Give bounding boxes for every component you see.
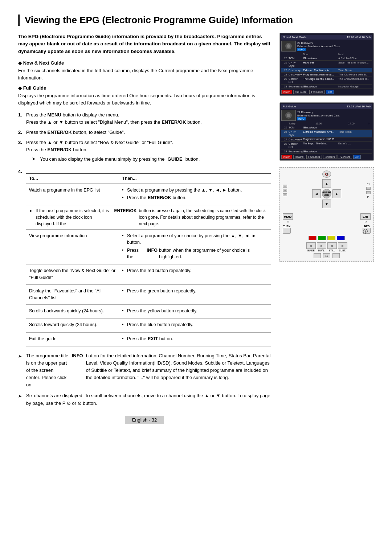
step-2-content: Press the ENTER/OK button, to select "Gu…: [26, 129, 271, 136]
epg-full-fav-btn: Favourites: [306, 155, 322, 159]
epg-favourites-btn: Favourites: [309, 90, 325, 94]
left-column: The EPG (Electronic Programme Guide) inf…: [18, 33, 271, 424]
epg-row: 26 UKTV Style Hard Sell Save This and Th…: [281, 61, 372, 68]
section-now-next-body: For the six channels indicated in the le…: [18, 67, 271, 82]
remote-small-btn-1[interactable]: [314, 253, 321, 258]
table-row: Scrolls backwards quickly (24 hours). Pr…: [26, 305, 271, 319]
table-cell-action: Display the "Favourites" and the "All Ch…: [26, 284, 119, 305]
remote-info-button[interactable]: ⓘ: [363, 228, 371, 234]
table-note-row: If the next programme is selected, it is…: [26, 205, 271, 230]
svg-point-5: [287, 114, 290, 117]
right-column: Now & Next Guide 13:28 Wed 16 Feb 27 Dis…: [279, 33, 374, 424]
steps-list: 1. Press the MENU button to display the …: [18, 111, 271, 165]
epg-now-next-controls: Watch Full Guide Favourites Exit: [281, 90, 372, 94]
table-cell-action: Exit the guide: [26, 332, 119, 346]
remote-ch-btn[interactable]: [366, 191, 371, 194]
remote-subt-button[interactable]: ⊟: [338, 242, 347, 249]
table-row: View programme information Select a prog…: [26, 230, 271, 264]
epg-row: 33 Boomerang Glassdown: [281, 149, 372, 154]
remote-color-buttons: [309, 236, 345, 240]
section-full-guide-header: Full Guide: [18, 85, 271, 91]
table-cell-action: Toggle between the "Now & Next Guide" or…: [26, 264, 119, 284]
remote-still-label: STILL: [329, 249, 335, 252]
section-now-next: Now & Next Guide For the six channels in…: [18, 60, 271, 82]
remote-yellow-button[interactable]: [327, 236, 335, 240]
bottom-note-2: Six channels are displayed. To scroll be…: [18, 392, 271, 407]
table-note-cell: If the next programme is selected, it is…: [26, 205, 271, 230]
epg-row: 29 Cartoon Net. The Bugs, Bunny & Boo...…: [281, 77, 372, 85]
epg-row: 28 Cartoon Net. The Bugs... The Grim... …: [281, 142, 372, 149]
step-1-content: Press the MENU button to display the men…: [26, 111, 271, 126]
step-3-num: 3.: [18, 139, 23, 165]
remote-small-btn-2[interactable]: 10: [323, 253, 330, 258]
epg-full-rewind-btn: Rewind: [293, 155, 305, 159]
table-row: Exit the guide Press the EXIT button.: [26, 332, 271, 346]
remote-vol-btn[interactable]: [366, 187, 371, 190]
remote-down-button[interactable]: ▼: [322, 200, 331, 208]
step-1: 1. Press the MENU button to display the …: [18, 111, 271, 126]
epg-full-date: 13:28 Wed 16 Feb: [347, 105, 371, 108]
epg-full-channel: 27 Discovery: [297, 111, 372, 114]
epg-thumbnail: [281, 41, 296, 52]
epg-full-guide-btn: Full Guide: [293, 90, 309, 94]
remote-turn-label: TURN: [283, 225, 290, 227]
table-row: Watch a programme in the EPG list Select…: [26, 184, 271, 205]
step-3: 3. Press the ▲ or ▼ button to select "No…: [18, 139, 271, 165]
epg-full-exit-btn: Exit: [353, 155, 361, 159]
remote-dual-button[interactable]: ⊟: [317, 242, 326, 249]
guide-table: To... Then... Watch a programme in the E…: [26, 173, 271, 346]
remote-diagram: ○ ○ ○ 🔇 ▲ ▼ ◄ ► ENTER/OK: [279, 167, 374, 262]
remote-right-button[interactable]: ►: [332, 189, 341, 198]
remote-guide-button[interactable]: ⊟: [306, 242, 316, 249]
remote-exit-button[interactable]: EXIT: [360, 213, 371, 220]
epg-full-controls: Watch Rewind Favourites -24hours +24hour…: [281, 155, 372, 159]
remote-enter-button[interactable]: ENTER/OK: [322, 189, 331, 198]
epg-now-next-info: 27 Discovery Extreme Machines: Armoured …: [297, 41, 372, 51]
remote-subt-label: SUBT.: [339, 249, 346, 252]
epg-column-headers: Now Next: [281, 53, 372, 56]
remote-up-button[interactable]: ▲: [322, 179, 331, 188]
footer-badge: English - 32: [18, 416, 271, 424]
epg-now-next-header: 27 Discovery Extreme Machines: Armoured …: [281, 41, 372, 52]
epg-full-info-badge: INFO: [297, 117, 306, 120]
remote-green-button[interactable]: [318, 236, 326, 240]
table-cell-instructions: Press the yellow button repeatedly.: [119, 305, 271, 319]
epg-now-next-titlebar: Now & Next Guide 13:28 Wed 16 Feb: [281, 35, 372, 40]
remote-p-minus: P-: [367, 196, 370, 198]
table-cell-instructions: Press the EXIT button.: [119, 332, 271, 346]
table-row: Scrolls forward quickly (24 hours). Pres…: [26, 319, 271, 332]
remote-still-button[interactable]: ⊟: [327, 242, 337, 249]
remote-menu-button[interactable]: MENU: [283, 213, 293, 220]
remote-blue-button[interactable]: [337, 236, 345, 240]
epg-full-rows: 25 TCM Glassdown 26 UKTV Style Extreme M…: [281, 126, 372, 154]
table-cell-instructions: Select a programme by pressing the ▲, ▼,…: [119, 184, 271, 205]
section-full-guide: Full Guide Displays the programme inform…: [18, 85, 271, 107]
epg-full-titlebar: Full Guide 13:28 Wed 16 Feb: [281, 104, 372, 109]
epg-row: 27 Discovery+ Programmes resume at 06:00: [281, 137, 372, 142]
remote-dpad: ▲ ▼ ◄ ► ENTER/OK: [312, 179, 341, 208]
remote-mute-icon[interactable]: 🔇: [322, 171, 331, 178]
epg-now-next-title: Now & Next Guide: [283, 36, 307, 39]
remote-bottom-buttons: ⊟ GUIDE ⊟ DUAL ⊟ STILL ⊟ SUBT.: [306, 242, 347, 252]
remote-guide-label: GUIDE: [307, 249, 315, 252]
step-4: 4. To... Then... Watch a programme in th…: [18, 168, 271, 346]
epg-row-selected: 27 Discovery Extreme Machines: Ar... Tim…: [281, 68, 372, 73]
epg-now-next-rows: 25 TCM Glassdown A Patch of Blue 26 UKTV…: [281, 56, 372, 89]
remote-red-button[interactable]: [309, 236, 317, 240]
remote-small-btn-3[interactable]: [332, 253, 340, 258]
epg-full-info: 27 Discovery Extreme Machines: Armoured …: [297, 111, 372, 120]
remote-turn-button[interactable]: [283, 228, 291, 234]
remote-left-button[interactable]: ◄: [312, 189, 321, 198]
epg-full-time-headers: Today 13:00 14:00 ›: [281, 122, 372, 126]
remote-indicator-3: ○: [283, 193, 287, 196]
step-3-content: Press the ▲ or ▼ button to select "Now &…: [26, 139, 271, 165]
table-cell-action: Scrolls forward quickly (24 hours).: [26, 319, 119, 332]
svg-point-2: [287, 44, 290, 48]
section-now-next-header: Now & Next Guide: [18, 60, 271, 66]
remote-menu-icon: ⊞: [287, 220, 289, 223]
epg-exit-btn: Exit: [326, 90, 334, 94]
epg-full-header: 27 Discovery Extreme Machines: Armoured …: [281, 110, 372, 121]
intro-text: The EPG (Electronic Programme Guide) inf…: [18, 33, 271, 55]
epg-row: 25 TCM Glassdown: [281, 126, 372, 130]
table-col-to: To...: [26, 173, 119, 184]
